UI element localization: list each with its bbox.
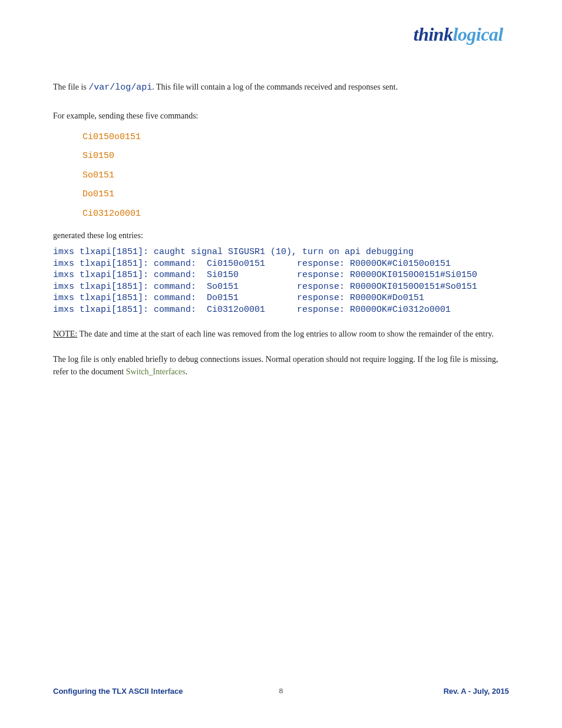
- switch-interfaces-ref: Switch_Interfaces: [126, 367, 186, 376]
- example-intro: For example, sending these five commands…: [53, 110, 509, 122]
- brand-logo: thinklogical: [53, 24, 503, 45]
- command-item: So0151: [82, 169, 509, 183]
- generated-label: generated these log entries:: [53, 229, 509, 242]
- logo-part2: logical: [453, 24, 503, 45]
- logo-part1: think: [414, 24, 453, 45]
- footer-right: Rev. A - July, 2015: [444, 687, 509, 696]
- command-item: Ci0150o0151: [82, 131, 509, 144]
- document-body: The file is /var/log/api. This file will…: [53, 81, 509, 378]
- log-path-prefix: The file is: [53, 83, 88, 91]
- command-list: Ci0150o0151 Si0150 So0151 Do0151 Ci0312o…: [82, 131, 509, 221]
- log-path: /var/log/api: [88, 83, 152, 93]
- note-para-prefix: The log file is only enabled briefly to …: [53, 355, 498, 376]
- note-label: NOTE:: [53, 330, 77, 338]
- note-paragraph: The log file is only enabled briefly to …: [53, 353, 509, 378]
- command-item: Do0151: [82, 188, 509, 202]
- footer-left: Configuring the TLX ASCII Interface: [53, 687, 183, 696]
- page-number: 8: [279, 686, 283, 696]
- log-path-suffix: . This file will contain a log of the co…: [152, 83, 398, 91]
- note-text: The date and time at the start of each l…: [77, 330, 494, 338]
- log-path-line: The file is /var/log/api. This file will…: [53, 81, 509, 95]
- command-item: Ci0312o0001: [82, 207, 509, 221]
- note-para-suffix: .: [186, 367, 188, 376]
- note-section: NOTE: The date and time at the start of …: [53, 327, 509, 341]
- log-output: imxs tlxapi[1851]: caught signal SIGUSR1…: [53, 246, 509, 315]
- command-item: Si0150: [82, 150, 509, 163]
